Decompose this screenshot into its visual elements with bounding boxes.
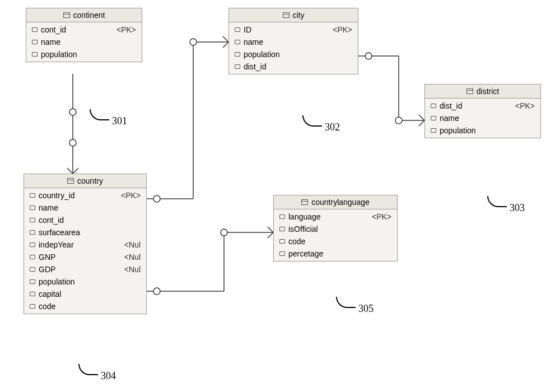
- ref-label-city: 302: [325, 122, 340, 133]
- attr-tag: <Nul: [124, 253, 141, 262]
- attr-name: cont_id: [39, 216, 137, 225]
- attr-icon: [32, 40, 38, 44]
- ref-label-continent: 301: [112, 115, 127, 127]
- attr-icon: [279, 214, 285, 219]
- attr-tag: <PK>: [372, 212, 391, 221]
- attr-row: population: [425, 124, 540, 137]
- entity-title: countrylanguage: [311, 198, 370, 207]
- attr-row: name: [229, 36, 358, 48]
- attr-row: capital: [24, 288, 146, 300]
- attr-name: surfacearea: [39, 228, 137, 237]
- attr-name: GNP: [39, 253, 121, 262]
- attr-row: dist_id: [229, 60, 358, 73]
- attr-name: indepYear: [39, 240, 121, 249]
- attr-name: dist_id: [244, 62, 349, 71]
- entity-title: district: [477, 87, 499, 96]
- attr-row: language<PK>: [274, 211, 397, 223]
- attr-icon: [431, 116, 436, 120]
- attr-row: ID<PK>: [229, 24, 358, 36]
- attr-row: cont_id: [24, 214, 146, 226]
- entity-city: city ID<PK> name population dist_id: [228, 8, 358, 74]
- attr-name: name: [39, 203, 137, 212]
- attr-name: population: [244, 50, 349, 59]
- table-icon: [466, 88, 473, 94]
- entity-countrylanguage-header: countrylanguage: [274, 195, 397, 209]
- attr-name: dist_id: [440, 101, 512, 110]
- attr-name: population: [440, 126, 531, 135]
- attr-icon: [235, 52, 240, 57]
- ref-curve: [302, 115, 322, 127]
- attr-tag: <PK>: [116, 25, 136, 34]
- attr-icon: [30, 255, 35, 259]
- ref-label-countrylanguage: 305: [358, 303, 374, 315]
- attr-name: GDP: [39, 265, 121, 274]
- attr-icon: [30, 218, 35, 222]
- attr-row: country_id<PK>: [24, 189, 146, 202]
- entity-countrylanguage: countrylanguage language<PK> isOfficial …: [273, 195, 398, 262]
- attr-icon: [30, 292, 35, 296]
- attr-name: country_id: [39, 191, 118, 200]
- attr-icon: [30, 267, 35, 272]
- entity-title: country: [77, 176, 103, 185]
- attr-row: GNP<Nul: [24, 251, 146, 263]
- attr-name: language: [288, 212, 368, 221]
- attr-name: capital: [39, 290, 137, 298]
- table-icon: [67, 178, 74, 184]
- attr-tag: <Nul: [124, 265, 141, 274]
- attr-icon: [30, 206, 35, 210]
- attr-icon: [30, 193, 35, 198]
- ref-label-district: 303: [510, 202, 525, 214]
- attr-tag: <PK>: [121, 191, 141, 200]
- entity-district-body: dist_id<PK> name population: [425, 99, 540, 138]
- attr-icon: [431, 104, 436, 108]
- entity-country-header: country: [24, 174, 146, 188]
- ref-curve: [90, 109, 109, 120]
- attr-row: dist_id<PK>: [425, 100, 540, 112]
- svg-point-7: [190, 39, 197, 45]
- attr-icon: [235, 27, 240, 32]
- entity-title: city: [293, 11, 305, 20]
- attr-name: ID: [244, 25, 329, 34]
- entity-city-header: city: [229, 8, 358, 22]
- attr-name: cont_id: [41, 25, 113, 34]
- attr-tag: <PK>: [515, 101, 535, 110]
- attr-row: name: [26, 36, 142, 48]
- entity-city-body: ID<PK> name population dist_id: [229, 22, 358, 74]
- entity-country-body: country_id<PK> name cont_id surfacearea …: [24, 188, 146, 314]
- attr-tag: <PK>: [333, 25, 352, 34]
- attr-icon: [279, 239, 285, 244]
- attr-name: name: [41, 38, 133, 46]
- svg-point-12: [221, 229, 227, 236]
- table-icon: [301, 199, 308, 205]
- svg-point-17: [395, 117, 402, 124]
- attr-name: population: [39, 277, 137, 286]
- attr-row: indepYear<Nul: [24, 239, 146, 251]
- attr-icon: [30, 242, 35, 247]
- ref-curve: [336, 297, 356, 308]
- entity-title: continent: [73, 11, 105, 20]
- attr-name: population: [41, 50, 133, 59]
- attr-icon: [235, 40, 240, 44]
- svg-point-2: [69, 139, 76, 146]
- attr-icon: [30, 304, 35, 309]
- entity-continent-header: continent: [26, 8, 142, 22]
- attr-icon: [32, 27, 38, 32]
- attr-name: isOfficial: [288, 225, 388, 234]
- attr-row: population: [229, 48, 358, 60]
- attr-name: percetage: [288, 249, 388, 258]
- entity-district: district dist_id<PK> name population: [424, 84, 541, 138]
- svg-point-11: [153, 288, 160, 295]
- attr-row: code: [24, 300, 146, 312]
- svg-point-1: [69, 109, 76, 115]
- attr-icon: [235, 64, 240, 69]
- attr-icon: [279, 227, 285, 231]
- ref-label-country: 304: [101, 370, 116, 382]
- attr-name: code: [288, 237, 388, 246]
- attr-row: name: [425, 112, 540, 124]
- attr-row: surfacearea: [24, 226, 146, 239]
- attr-icon: [30, 279, 35, 284]
- svg-point-16: [365, 53, 372, 59]
- ref-curve: [78, 364, 98, 375]
- attr-row: population: [26, 48, 142, 60]
- attr-icon: [431, 128, 436, 133]
